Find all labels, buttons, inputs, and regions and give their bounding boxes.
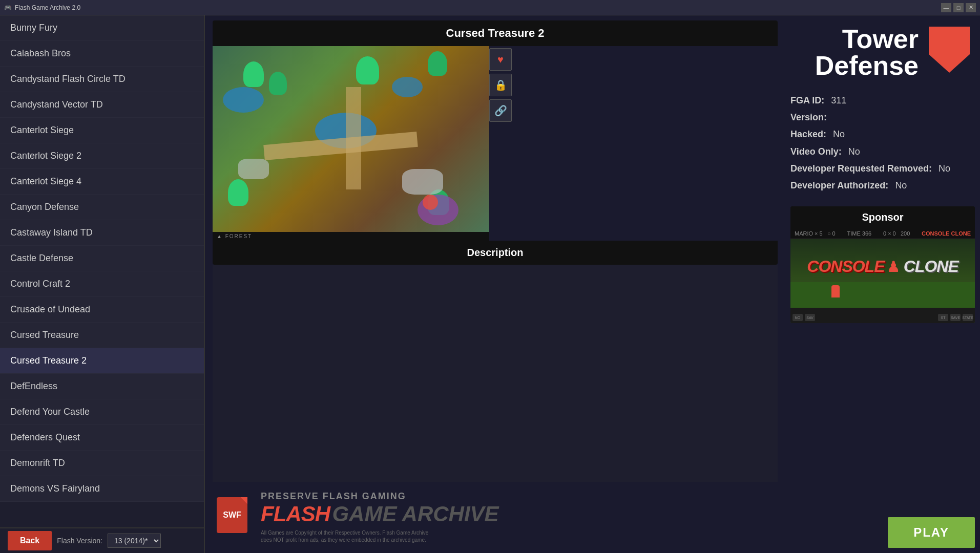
cc-btn-save: SAVE (950, 314, 961, 321)
sidebar-item-canterlot-siege[interactable]: Canterlot Siege (0, 118, 204, 143)
hacked-value: No (833, 129, 845, 139)
sponsor-image: MARIO × 5 ○ 0 TIME 366 0 × 0 200 CONSOLE… (790, 228, 975, 323)
sidebar-list[interactable]: Bunny FuryCalabash BrosCandystand Flash … (0, 15, 204, 527)
cc-bottom-bar: NO SAV ST SAVE STATE (790, 312, 975, 323)
sidebar-item-demonrift-td[interactable]: Demonrift TD (0, 451, 204, 476)
play-button-container: PLAY (790, 512, 975, 548)
description-content (213, 265, 778, 482)
sidebar-item-defenders-quest[interactable]: Defenders Quest (0, 425, 204, 451)
lock-button[interactable]: 🔒 (489, 74, 512, 96)
fga-id-label: FGA ID: (790, 95, 824, 105)
sidebar: Bunny FuryCalabash BrosCandystand Flash … (0, 15, 205, 553)
cc-btn-state: STATE (963, 314, 973, 321)
link-button[interactable]: 🔗 (489, 99, 512, 122)
close-button[interactable]: ✕ (966, 3, 976, 12)
sponsor-panel: Sponsor MARIO × 5 ○ 0 TIME 366 0 × 0 200… (790, 206, 975, 323)
console-clone-bg: MARIO × 5 ○ 0 TIME 366 0 × 0 200 CONSOLE… (790, 228, 975, 323)
fga-text: PRESERVE FLASH GAMING FLASH GAME ARCHIVE… (261, 491, 499, 544)
swf-icon: SWF (217, 497, 253, 538)
flash-version-select[interactable]: 13 (2014)*11 (2012)10 (2008)9 (2006) (108, 534, 161, 548)
heart-icon: ♥ (497, 54, 504, 66)
title-bar: 🎮 Flash Game Archive 2.0 — □ ✕ (0, 0, 980, 15)
cc-btn-1: NO (793, 314, 803, 321)
swf-icon-inner: SWF (217, 497, 247, 533)
hacked-row: Hacked: No (790, 128, 975, 141)
cc-clone-text: CLONE (904, 257, 958, 275)
play-button[interactable]: PLAY (888, 517, 975, 548)
dev-requested-value: No (939, 163, 950, 174)
sidebar-item-cursed-treasure[interactable]: Cursed Treasure (0, 323, 204, 348)
genre-header: Tower Defense (790, 20, 975, 84)
sidebar-item-defendless[interactable]: DefEndless (0, 374, 204, 399)
game-screenshot: ▲ FOREST (213, 46, 489, 241)
shield-shape (929, 27, 970, 73)
description-label: Description (467, 247, 523, 258)
sponsor-title: Sponsor (790, 206, 975, 228)
cc-top-bar: MARIO × 5 ○ 0 TIME 366 0 × 0 200 CONSOLE… (790, 228, 975, 239)
version-row: Version: (790, 111, 975, 124)
video-only-label: Video Only: (790, 146, 842, 157)
cc-sprite-1 (831, 285, 840, 297)
swf-label: SWF (223, 511, 241, 520)
app-icon: 🎮 (4, 4, 12, 11)
fga-id-row: FGA ID: 311 (790, 94, 975, 107)
game-screenshot-canvas: ▲ FOREST (213, 46, 489, 241)
genre-title: Tower Defense (815, 26, 919, 79)
cc-console-text: CONSOLE (807, 257, 884, 275)
fga-flash-text: FLASH (261, 502, 330, 526)
sidebar-item-bunny-fury[interactable]: Bunny Fury (0, 15, 204, 41)
cc-ground (790, 282, 975, 308)
swf-corner (240, 497, 247, 504)
game-area: ▲ FOREST ♥ 🔒 🔗 (213, 46, 778, 241)
main-container: Bunny FuryCalabash BrosCandystand Flash … (0, 15, 980, 553)
fga-title-row: FLASH GAME ARCHIVE (261, 502, 499, 526)
cc-coins: 0 × 0 200 (883, 230, 910, 237)
dev-requested-label: Developer Requested Removed: (790, 163, 932, 174)
dev-authorized-label: Developer Authorized: (790, 180, 888, 190)
game-sidebar-buttons: ♥ 🔒 🔗 (489, 46, 512, 241)
dev-authorized-row: Developer Authorized: No (790, 179, 975, 192)
sidebar-item-candystand-vector-td[interactable]: Candystand Vector TD (0, 92, 204, 118)
minimize-button[interactable]: — (941, 3, 951, 12)
favorite-button[interactable]: ♥ (489, 48, 512, 71)
sidebar-item-castle-defense[interactable]: Castle Defense (0, 246, 204, 271)
game-title-bar: Cursed Treasure 2 (213, 20, 778, 46)
fga-logo: SWF PRESERVE FLASH GAMING FLASH GAME ARC… (213, 487, 778, 548)
cc-separator: ♟ (887, 259, 904, 275)
sidebar-item-demons-vs-fairyland[interactable]: Demons VS Fairyland (0, 476, 204, 502)
sidebar-item-canterlot-siege-2[interactable]: Canterlot Siege 2 (0, 143, 204, 169)
genre-title-line2: Defense (815, 51, 919, 80)
genre-shield-icon (929, 27, 975, 78)
sidebar-item-canyon-defense[interactable]: Canyon Defense (0, 195, 204, 220)
sidebar-item-control-craft-2[interactable]: Control Craft 2 (0, 271, 204, 297)
sidebar-bottom: Back Flash Version: 13 (2014)*11 (2012)1… (0, 527, 204, 553)
sidebar-item-candystand-flash-circle-td[interactable]: Candystand Flash Circle TD (0, 67, 204, 92)
right-panel: Tower Defense FGA ID: 311 Version: Hacke… (785, 15, 980, 553)
fga-id-value: 311 (831, 95, 846, 105)
fga-game-archive-text: GAME ARCHIVE (332, 502, 498, 526)
cc-spacer (817, 314, 936, 321)
sidebar-item-crusade-of-undead[interactable]: Crusade of Undead (0, 297, 204, 323)
cc-score: MARIO × 5 ○ 0 (795, 230, 836, 237)
sidebar-item-defend-your-castle[interactable]: Defend Your Castle (0, 399, 204, 425)
sidebar-item-cursed-treasure-2[interactable]: Cursed Treasure 2 (0, 348, 204, 374)
flash-version-label: Flash Version: (57, 537, 102, 545)
lock-icon: 🔒 (494, 79, 507, 91)
maximize-button[interactable]: □ (953, 3, 964, 12)
app-title: Flash Game Archive 2.0 (15, 4, 80, 11)
dev-authorized-value: No (895, 180, 907, 190)
sidebar-item-castaway-island-td[interactable]: Castaway Island TD (0, 220, 204, 246)
video-only-row: Video Only: No (790, 145, 975, 158)
cc-main-title: CONSOLE ♟ CLONE (790, 257, 975, 276)
cc-time: TIME 366 (847, 230, 871, 237)
sidebar-item-calabash-bros[interactable]: Calabash Bros (0, 41, 204, 67)
link-icon: 🔗 (494, 104, 507, 117)
sidebar-item-canterlot-siege-4[interactable]: Canterlot Siege 4 (0, 169, 204, 195)
title-bar-left: 🎮 Flash Game Archive 2.0 (4, 4, 80, 11)
back-button[interactable]: Back (8, 531, 52, 550)
fga-preserve-text: PRESERVE FLASH GAMING (261, 491, 499, 502)
cc-btn-2: SAV (805, 314, 815, 321)
hacked-label: Hacked: (790, 129, 826, 139)
titlebar-controls: — □ ✕ (941, 3, 976, 12)
dev-requested-row: Developer Requested Removed: No (790, 162, 975, 175)
